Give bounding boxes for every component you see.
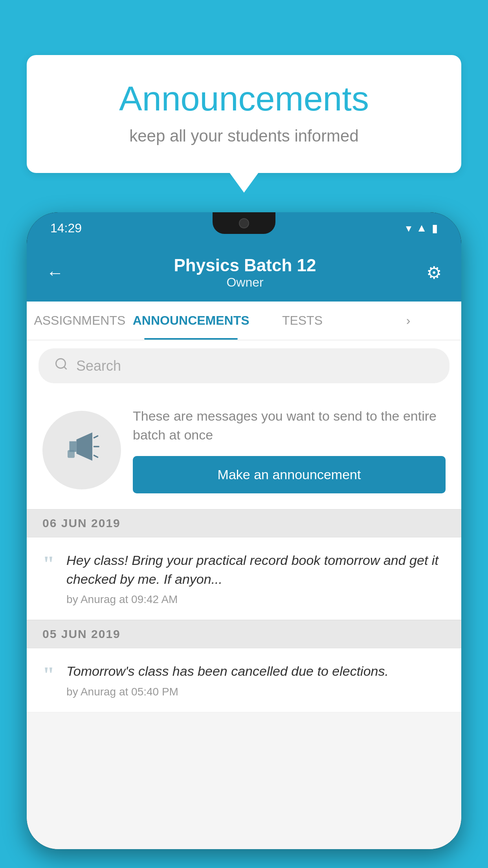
- promo-description: These are messages you want to send to t…: [133, 407, 446, 444]
- quote-icon-1: ": [42, 553, 55, 575]
- app-header: ← Physics Batch 12 Owner ⚙: [27, 244, 461, 302]
- date-separator-1: 06 JUN 2019: [27, 509, 461, 537]
- announcements-title: Announcements: [58, 79, 430, 119]
- battery-icon: ▮: [432, 222, 438, 235]
- tab-tests[interactable]: TESTS: [250, 302, 356, 340]
- batch-title: Physics Batch 12: [64, 256, 426, 275]
- tab-more[interactable]: ›: [355, 302, 461, 340]
- svg-line-1: [64, 367, 67, 370]
- svg-line-7: [94, 455, 98, 457]
- date-label-2: 05 JUN 2019: [42, 627, 121, 640]
- announcements-subtitle: keep all your students informed: [58, 127, 430, 145]
- announcement-item-1[interactable]: " Hey class! Bring your practical record…: [27, 537, 461, 620]
- svg-line-5: [94, 436, 98, 438]
- speech-bubble-container: Announcements keep all your students inf…: [27, 55, 461, 173]
- quote-icon-2: ": [42, 664, 55, 686]
- speech-bubble: Announcements keep all your students inf…: [27, 55, 461, 173]
- phone-screen: ← Physics Batch 12 Owner ⚙ ASSIGNMENTS A…: [27, 244, 461, 849]
- announcement-meta-2: by Anurag at 05:40 PM: [66, 686, 446, 698]
- header-center: Physics Batch 12 Owner: [64, 256, 426, 290]
- search-box[interactable]: Search: [39, 348, 449, 383]
- tab-assignments[interactable]: ASSIGNMENTS: [27, 302, 133, 340]
- signal-icon: ▲: [416, 222, 427, 234]
- promo-right: These are messages you want to send to t…: [133, 407, 446, 493]
- announcement-content-2: Tomorrow's class has been cancelled due …: [66, 662, 446, 698]
- date-label-1: 06 JUN 2019: [42, 517, 121, 530]
- phone-notch: [213, 212, 275, 234]
- batch-subtitle: Owner: [64, 275, 426, 290]
- status-icons: ▾ ▲ ▮: [406, 222, 438, 235]
- tabs-bar: ASSIGNMENTS ANNOUNCEMENTS TESTS ›: [27, 302, 461, 340]
- announcement-text-2: Tomorrow's class has been cancelled due …: [66, 662, 446, 681]
- phone: 14:29 ▾ ▲ ▮ ← Physics Batch 12 Owner ⚙: [27, 212, 461, 849]
- status-bar: 14:29 ▾ ▲ ▮: [27, 212, 461, 244]
- phone-camera: [239, 218, 249, 228]
- settings-icon[interactable]: ⚙: [426, 263, 442, 283]
- search-icon: [54, 357, 68, 375]
- announcement-text-1: Hey class! Bring your practical record b…: [66, 551, 446, 588]
- tab-announcements[interactable]: ANNOUNCEMENTS: [133, 302, 250, 340]
- search-placeholder-text: Search: [76, 358, 121, 374]
- search-container: Search: [27, 340, 461, 391]
- svg-point-0: [56, 359, 66, 368]
- status-time: 14:29: [50, 221, 82, 235]
- svg-rect-4: [68, 450, 75, 458]
- make-announcement-button[interactable]: Make an announcement: [133, 456, 446, 493]
- content-area: Search: [27, 340, 461, 849]
- back-button[interactable]: ←: [46, 263, 64, 283]
- megaphone-icon: [64, 429, 99, 472]
- date-separator-2: 05 JUN 2019: [27, 620, 461, 648]
- announcement-item-2[interactable]: " Tomorrow's class has been cancelled du…: [27, 648, 461, 712]
- phone-container: 14:29 ▾ ▲ ▮ ← Physics Batch 12 Owner ⚙: [27, 212, 461, 868]
- promo-icon-circle: [42, 411, 121, 489]
- announcement-promo: These are messages you want to send to t…: [27, 391, 461, 509]
- announcement-content-1: Hey class! Bring your practical record b…: [66, 551, 446, 606]
- announcement-meta-1: by Anurag at 09:42 AM: [66, 593, 446, 606]
- wifi-icon: ▾: [406, 222, 411, 235]
- svg-marker-3: [77, 432, 93, 461]
